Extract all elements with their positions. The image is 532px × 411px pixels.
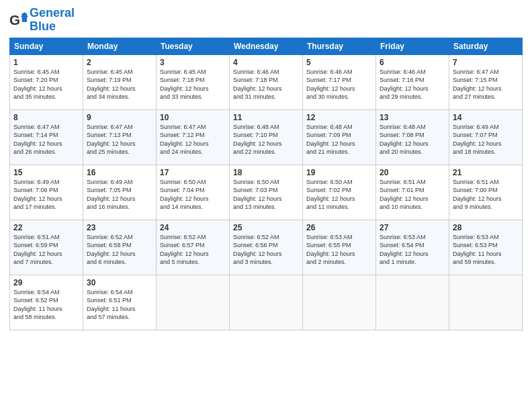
- col-header-friday: Friday: [376, 38, 449, 54]
- day-info: Sunrise: 6:53 AMSunset: 6:54 PMDaylight:…: [380, 233, 445, 267]
- calendar-cell: 10Sunrise: 6:47 AMSunset: 7:12 PMDayligh…: [157, 109, 230, 165]
- day-info: Sunrise: 6:52 AMSunset: 6:58 PMDaylight:…: [87, 233, 152, 267]
- day-info: Sunrise: 6:48 AMSunset: 7:09 PMDaylight:…: [306, 123, 372, 156]
- day-number: 26: [306, 223, 372, 232]
- calendar-cell: 2Sunrise: 6:45 AMSunset: 7:19 PMDaylight…: [83, 54, 157, 109]
- logo-icon: G: [9, 11, 28, 30]
- day-number: 7: [453, 58, 519, 67]
- calendar-cell: 27Sunrise: 6:53 AMSunset: 6:54 PMDayligh…: [376, 220, 449, 275]
- calendar-cell: 24Sunrise: 6:52 AMSunset: 6:57 PMDayligh…: [157, 220, 230, 275]
- day-number: 17: [160, 168, 226, 177]
- day-info: Sunrise: 6:46 AMSunset: 7:16 PMDaylight:…: [380, 68, 445, 101]
- calendar-cell: 20Sunrise: 6:51 AMSunset: 7:01 PMDayligh…: [376, 165, 449, 220]
- day-number: 4: [233, 58, 299, 67]
- svg-text:G: G: [9, 11, 20, 27]
- day-info: Sunrise: 6:54 AMSunset: 6:51 PMDaylight:…: [87, 288, 152, 322]
- calendar-cell: 3Sunrise: 6:45 AMSunset: 7:18 PMDaylight…: [157, 54, 230, 109]
- day-info: Sunrise: 6:49 AMSunset: 7:06 PMDaylight:…: [13, 178, 79, 212]
- calendar-cell: 28Sunrise: 6:53 AMSunset: 6:53 PMDayligh…: [449, 220, 523, 275]
- calendar-cell: [303, 275, 376, 330]
- calendar-cell: 1Sunrise: 6:45 AMSunset: 7:20 PMDaylight…: [10, 54, 83, 109]
- day-info: Sunrise: 6:47 AMSunset: 7:14 PMDaylight:…: [13, 123, 79, 156]
- day-info: Sunrise: 6:53 AMSunset: 6:53 PMDaylight:…: [453, 233, 519, 267]
- calendar-cell: 8Sunrise: 6:47 AMSunset: 7:14 PMDaylight…: [10, 109, 83, 165]
- day-info: Sunrise: 6:47 AMSunset: 7:13 PMDaylight:…: [87, 123, 152, 156]
- week-row-4: 22Sunrise: 6:51 AMSunset: 6:59 PMDayligh…: [10, 220, 523, 275]
- day-number: 29: [13, 278, 79, 287]
- day-number: 22: [13, 223, 79, 232]
- calendar-cell: 14Sunrise: 6:49 AMSunset: 7:07 PMDayligh…: [449, 109, 523, 165]
- col-header-thursday: Thursday: [303, 38, 376, 54]
- day-number: 13: [380, 113, 445, 122]
- day-info: Sunrise: 6:49 AMSunset: 7:07 PMDaylight:…: [453, 123, 519, 156]
- day-info: Sunrise: 6:53 AMSunset: 6:55 PMDaylight:…: [306, 233, 372, 267]
- calendar-cell: 12Sunrise: 6:48 AMSunset: 7:09 PMDayligh…: [303, 109, 376, 165]
- week-row-3: 15Sunrise: 6:49 AMSunset: 7:06 PMDayligh…: [10, 165, 523, 220]
- day-number: 15: [13, 168, 79, 177]
- day-info: Sunrise: 6:49 AMSunset: 7:05 PMDaylight:…: [87, 178, 152, 212]
- calendar-cell: 25Sunrise: 6:52 AMSunset: 6:56 PMDayligh…: [230, 220, 303, 275]
- calendar-cell: 23Sunrise: 6:52 AMSunset: 6:58 PMDayligh…: [83, 220, 157, 275]
- week-row-2: 8Sunrise: 6:47 AMSunset: 7:14 PMDaylight…: [10, 109, 523, 165]
- day-number: 9: [87, 113, 152, 122]
- day-info: Sunrise: 6:50 AMSunset: 7:04 PMDaylight:…: [160, 178, 226, 212]
- calendar-cell: 13Sunrise: 6:48 AMSunset: 7:08 PMDayligh…: [376, 109, 449, 165]
- col-header-tuesday: Tuesday: [157, 38, 230, 54]
- logo-text: GeneralBlue: [30, 7, 75, 34]
- day-number: 25: [233, 223, 299, 232]
- col-header-sunday: Sunday: [10, 38, 83, 54]
- day-info: Sunrise: 6:47 AMSunset: 7:15 PMDaylight:…: [453, 68, 519, 101]
- calendar-cell: 5Sunrise: 6:46 AMSunset: 7:17 PMDaylight…: [303, 54, 376, 109]
- calendar-cell: [449, 275, 523, 330]
- calendar-cell: 6Sunrise: 6:46 AMSunset: 7:16 PMDaylight…: [376, 54, 449, 109]
- day-info: Sunrise: 6:45 AMSunset: 7:19 PMDaylight:…: [87, 68, 152, 101]
- day-number: 2: [87, 58, 152, 67]
- calendar-cell: 30Sunrise: 6:54 AMSunset: 6:51 PMDayligh…: [83, 275, 157, 330]
- day-info: Sunrise: 6:48 AMSunset: 7:10 PMDaylight:…: [233, 123, 299, 156]
- day-number: 30: [87, 278, 152, 287]
- day-info: Sunrise: 6:45 AMSunset: 7:18 PMDaylight:…: [160, 68, 226, 101]
- calendar-cell: 17Sunrise: 6:50 AMSunset: 7:04 PMDayligh…: [157, 165, 230, 220]
- calendar-cell: 4Sunrise: 6:46 AMSunset: 7:18 PMDaylight…: [230, 54, 303, 109]
- calendar-cell: 29Sunrise: 6:54 AMSunset: 6:52 PMDayligh…: [10, 275, 83, 330]
- col-header-wednesday: Wednesday: [230, 38, 303, 54]
- day-info: Sunrise: 6:54 AMSunset: 6:52 PMDaylight:…: [13, 288, 79, 322]
- day-number: 23: [87, 223, 152, 232]
- col-header-monday: Monday: [83, 38, 157, 54]
- day-info: Sunrise: 6:51 AMSunset: 6:59 PMDaylight:…: [13, 233, 79, 267]
- week-row-1: 1Sunrise: 6:45 AMSunset: 7:20 PMDaylight…: [10, 54, 523, 109]
- calendar-table: SundayMondayTuesdayWednesdayThursdayFrid…: [9, 38, 523, 330]
- calendar-cell: [157, 275, 230, 330]
- day-number: 11: [233, 113, 299, 122]
- day-info: Sunrise: 6:51 AMSunset: 7:01 PMDaylight:…: [380, 178, 445, 212]
- day-info: Sunrise: 6:47 AMSunset: 7:12 PMDaylight:…: [160, 123, 226, 156]
- day-number: 16: [87, 168, 152, 177]
- day-info: Sunrise: 6:51 AMSunset: 7:00 PMDaylight:…: [453, 178, 519, 212]
- day-number: 21: [453, 168, 519, 177]
- day-info: Sunrise: 6:48 AMSunset: 7:08 PMDaylight:…: [380, 123, 445, 156]
- calendar-cell: 7Sunrise: 6:47 AMSunset: 7:15 PMDaylight…: [449, 54, 523, 109]
- day-number: 1: [13, 58, 79, 67]
- calendar-cell: 22Sunrise: 6:51 AMSunset: 6:59 PMDayligh…: [10, 220, 83, 275]
- calendar-header-row: SundayMondayTuesdayWednesdayThursdayFrid…: [10, 38, 523, 54]
- day-info: Sunrise: 6:45 AMSunset: 7:20 PMDaylight:…: [13, 68, 79, 101]
- day-info: Sunrise: 6:52 AMSunset: 6:57 PMDaylight:…: [160, 233, 226, 267]
- day-number: 3: [160, 58, 226, 67]
- day-number: 6: [380, 58, 445, 67]
- day-info: Sunrise: 6:46 AMSunset: 7:18 PMDaylight:…: [233, 68, 299, 101]
- week-row-5: 29Sunrise: 6:54 AMSunset: 6:52 PMDayligh…: [10, 275, 523, 330]
- calendar-cell: 9Sunrise: 6:47 AMSunset: 7:13 PMDaylight…: [83, 109, 157, 165]
- calendar-body: 1Sunrise: 6:45 AMSunset: 7:20 PMDaylight…: [10, 54, 523, 330]
- calendar-cell: 19Sunrise: 6:50 AMSunset: 7:02 PMDayligh…: [303, 165, 376, 220]
- day-number: 10: [160, 113, 226, 122]
- day-number: 19: [306, 168, 372, 177]
- svg-marker-2: [21, 12, 28, 17]
- calendar-cell: [230, 275, 303, 330]
- day-number: 20: [380, 168, 445, 177]
- day-info: Sunrise: 6:50 AMSunset: 7:02 PMDaylight:…: [306, 178, 372, 212]
- day-info: Sunrise: 6:52 AMSunset: 6:56 PMDaylight:…: [233, 233, 299, 267]
- col-header-saturday: Saturday: [449, 38, 523, 54]
- calendar-cell: 21Sunrise: 6:51 AMSunset: 7:00 PMDayligh…: [449, 165, 523, 220]
- page-header: G GeneralBlue: [9, 7, 523, 34]
- day-number: 8: [13, 113, 79, 122]
